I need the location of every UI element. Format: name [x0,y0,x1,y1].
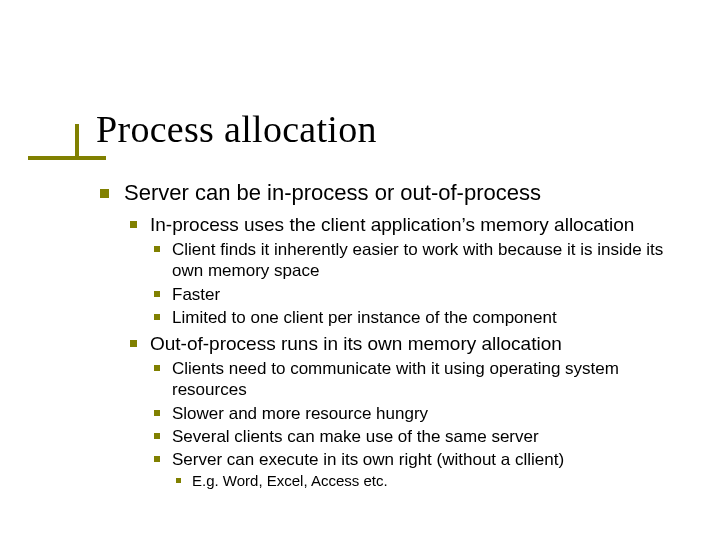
bullet-text: Several clients can make use of the same… [172,427,539,446]
bullet-icon [154,291,160,297]
bullet-list-l3: Client finds it inherently easier to wor… [150,239,696,328]
list-item: Limited to one client per instance of th… [150,307,696,328]
bullet-icon [154,456,160,462]
list-item: Server can execute in its own right (wit… [150,449,696,491]
bullet-icon [130,340,137,347]
bullet-text: Server can be in-process or out-of-proce… [124,180,541,205]
bullet-text: In-process uses the client application’s… [150,214,634,235]
bullet-text: Limited to one client per instance of th… [172,308,557,327]
list-item: Slower and more resource hungry [150,403,696,424]
list-item: E.g. Word, Excel, Access etc. [172,472,696,491]
bullet-list-l3: Clients need to communicate with it usin… [150,358,696,491]
list-item: Client finds it inherently easier to wor… [150,239,696,282]
slide: Process allocation Server can be in-proc… [0,0,720,540]
list-item: Server can be in-process or out-of-proce… [96,180,696,491]
bullet-icon [154,410,160,416]
bullet-text: Clients need to communicate with it usin… [172,359,619,399]
bullet-text: E.g. Word, Excel, Access etc. [192,472,388,489]
title-wrap: Process allocation [96,107,377,151]
bullet-text: Faster [172,285,220,304]
bullet-icon [154,246,160,252]
bullet-icon [176,478,181,483]
bullet-icon [154,433,160,439]
bullet-icon [100,189,109,198]
bullet-text: Slower and more resource hungry [172,404,428,423]
title-underline [28,156,106,160]
bullet-text: Server can execute in its own right (wit… [172,450,564,469]
list-item: Out-of-process runs in its own memory al… [124,332,696,491]
list-item: Faster [150,284,696,305]
bullet-list-l1: Server can be in-process or out-of-proce… [96,180,696,491]
bullet-list-l2: In-process uses the client application’s… [124,213,696,491]
title-tick [75,124,79,156]
slide-body: Server can be in-process or out-of-proce… [96,180,696,499]
bullet-text: Client finds it inherently easier to wor… [172,240,663,280]
list-item: Several clients can make use of the same… [150,426,696,447]
slide-title: Process allocation [96,107,377,151]
bullet-icon [130,221,137,228]
bullet-text: Out-of-process runs in its own memory al… [150,333,562,354]
bullet-icon [154,365,160,371]
list-item: Clients need to communicate with it usin… [150,358,696,401]
list-item: In-process uses the client application’s… [124,213,696,328]
bullet-icon [154,314,160,320]
bullet-list-l4: E.g. Word, Excel, Access etc. [172,472,696,491]
